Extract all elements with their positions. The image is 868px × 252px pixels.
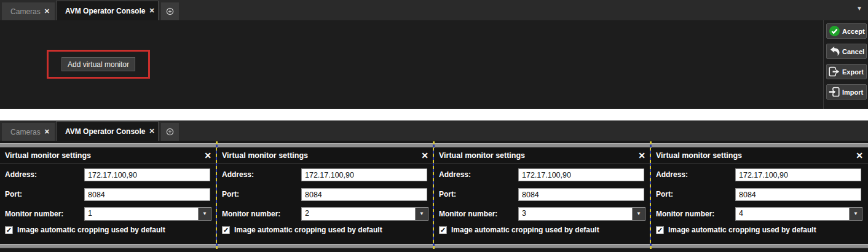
chevron-down-icon: ▼ (853, 211, 858, 216)
tab-avm-operator-console[interactable]: AVM Operator Console ✕ (56, 1, 159, 20)
panel-title: Virtual monitor settings (5, 148, 91, 163)
monitor-number-select[interactable]: 4 ▼ (735, 207, 862, 221)
auto-crop-checkbox[interactable]: ✓ (439, 226, 447, 234)
panel-header: Virtual monitor settings ✕ (651, 148, 868, 163)
add-tab-button[interactable] (161, 123, 179, 141)
tab-cameras[interactable]: Cameras ✕ (2, 123, 55, 141)
virtual-monitor-panel-1: Virtual monitor settings ✕ Address: Port… (0, 148, 216, 244)
auto-crop-label: Image automatic cropping used by default (668, 226, 816, 234)
add-tab-button[interactable] (161, 2, 179, 20)
monitor-number-label: Monitor number: (5, 207, 63, 221)
monitor-number-value: 1 (85, 208, 198, 220)
dropdown-button[interactable]: ▼ (198, 208, 211, 220)
panel-title: Virtual monitor settings (656, 148, 742, 163)
address-input[interactable] (84, 168, 210, 181)
address-label: Address: (222, 168, 254, 181)
close-icon[interactable]: ✕ (856, 148, 863, 163)
cancel-button[interactable]: Cancel (826, 44, 867, 59)
auto-crop-label: Image automatic cropping used by default (17, 226, 165, 234)
monitor-number-label: Monitor number: (439, 207, 497, 221)
avm-console-screen-empty: Cameras ✕ AVM Operator Console ✕ ▼ Add v… (0, 0, 868, 109)
monitor-number-value: 3 (519, 208, 632, 220)
close-icon[interactable]: ✕ (149, 7, 154, 15)
avm-console-screen-monitors: Cameras ✕ AVM Operator Console ✕ Virtual… (0, 120, 868, 252)
port-label: Port: (222, 188, 239, 201)
close-icon[interactable]: ✕ (638, 148, 645, 163)
dropdown-button[interactable]: ▼ (849, 208, 862, 220)
accept-label: Accept (842, 28, 865, 35)
address-label: Address: (439, 168, 471, 181)
monitor-number-select[interactable]: 3 ▼ (518, 207, 645, 221)
panel-header: Virtual monitor settings ✕ (434, 148, 650, 163)
monitor-number-value: 4 (736, 208, 849, 220)
close-icon[interactable]: ✕ (44, 128, 50, 136)
panel-header: Virtual monitor settings ✕ (217, 148, 433, 163)
port-label: Port: (439, 188, 456, 201)
dropdown-button[interactable]: ▼ (415, 208, 428, 220)
monitor-number-value: 2 (302, 208, 415, 220)
port-label: Port: (656, 188, 673, 201)
dropdown-button[interactable]: ▼ (632, 208, 645, 220)
tab-console-label: AVM Operator Console (65, 127, 145, 136)
accept-button[interactable]: Accept (826, 23, 867, 39)
port-input[interactable] (84, 188, 210, 201)
tab-cameras-label: Cameras (10, 128, 41, 136)
import-button[interactable]: Import (826, 84, 867, 100)
chevron-down-icon: ▼ (419, 211, 424, 216)
plus-circle-icon (166, 6, 174, 17)
export-icon (829, 66, 840, 77)
close-icon[interactable]: ✕ (44, 7, 50, 15)
monitor-number-label: Monitor number: (222, 207, 280, 221)
virtual-monitor-panel-2: Virtual monitor settings ✕ Address: Port… (217, 148, 433, 244)
tab-cameras-label: Cameras (10, 7, 41, 16)
auto-crop-checkbox[interactable]: ✓ (656, 226, 664, 234)
check-icon: ✓ (6, 227, 12, 234)
port-input[interactable] (301, 188, 427, 201)
undo-arrow-icon (829, 46, 840, 57)
close-icon[interactable]: ✕ (149, 127, 154, 135)
actions-divider (823, 20, 824, 109)
close-icon[interactable]: ✕ (421, 148, 428, 163)
virtual-monitor-panel-4: Virtual monitor settings ✕ Address: Port… (651, 148, 868, 244)
check-icon: ✓ (223, 227, 229, 234)
address-label: Address: (5, 168, 37, 181)
close-icon[interactable]: ✕ (204, 148, 211, 163)
virtual-monitor-panel-3: Virtual monitor settings ✕ Address: Port… (434, 148, 650, 244)
accept-check-icon (829, 26, 840, 37)
plus-circle-icon (166, 127, 174, 137)
address-input[interactable] (518, 168, 644, 181)
check-icon: ✓ (657, 227, 663, 234)
monitor-number-label: Monitor number: (656, 207, 714, 221)
import-label: Import (842, 89, 863, 96)
panel-title: Virtual monitor settings (439, 148, 525, 163)
tab-overflow-icon[interactable]: ▼ (856, 6, 862, 12)
panel-title: Virtual monitor settings (222, 148, 308, 163)
auto-crop-label: Image automatic cropping used by default (451, 226, 599, 234)
import-icon (829, 87, 840, 98)
monitor-number-select[interactable]: 1 ▼ (84, 207, 211, 221)
export-label: Export (842, 68, 864, 76)
port-input[interactable] (735, 188, 861, 201)
address-input[interactable] (735, 168, 861, 181)
auto-crop-label: Image automatic cropping used by default (234, 226, 382, 234)
port-label: Port: (5, 188, 22, 201)
export-button[interactable]: Export (826, 64, 867, 79)
port-input[interactable] (518, 188, 644, 201)
tab-bar: Cameras ✕ AVM Operator Console ✕ ▼ (0, 0, 868, 20)
auto-crop-checkbox[interactable]: ✓ (222, 226, 230, 234)
address-label: Address: (656, 168, 688, 181)
add-virtual-monitor-button[interactable]: Add virtual monitor (61, 57, 135, 71)
check-icon: ✓ (440, 227, 446, 234)
monitor-number-select[interactable]: 2 ▼ (301, 207, 428, 221)
tab-bar: Cameras ✕ AVM Operator Console ✕ (0, 120, 868, 141)
tab-avm-operator-console[interactable]: AVM Operator Console ✕ (56, 121, 159, 141)
address-input[interactable] (301, 168, 427, 181)
chevron-down-icon: ▼ (202, 211, 207, 216)
auto-crop-checkbox[interactable]: ✓ (5, 226, 13, 234)
tab-cameras[interactable]: Cameras ✕ (2, 2, 55, 20)
chevron-down-icon: ▼ (636, 211, 641, 216)
cancel-label: Cancel (842, 48, 864, 55)
panel-header: Virtual monitor settings ✕ (0, 148, 216, 163)
tab-console-label: AVM Operator Console (65, 7, 145, 15)
